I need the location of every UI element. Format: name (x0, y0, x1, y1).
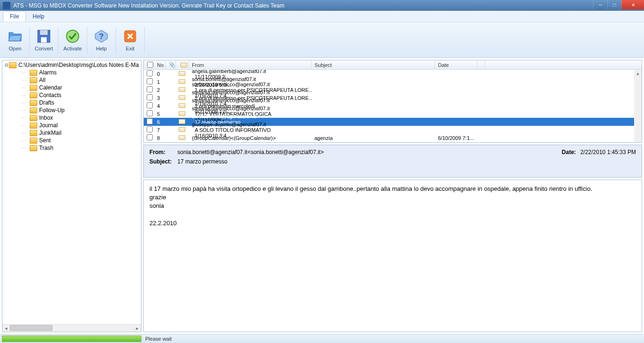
tree-item-label: Journal (39, 122, 58, 129)
body-line: il 17 marzo mio papà ha visita ortopedic… (149, 185, 636, 193)
col-no[interactable]: No (154, 60, 165, 69)
col-checkbox[interactable] (144, 60, 154, 69)
open-button[interactable]: Open (2, 24, 28, 56)
help-button[interactable]: ? Help (88, 24, 115, 56)
activate-button[interactable]: Activate (59, 24, 86, 56)
row-checkbox[interactable] (147, 86, 153, 92)
row-checkbox[interactable] (147, 134, 153, 140)
row-no: 1 (154, 79, 165, 85)
row-no: 5 (154, 111, 165, 117)
row-from: (GroupCalendar)<(GroupCalendar)> (189, 135, 312, 141)
tree-item-calendar[interactable]: ⋯Calendar (3, 84, 140, 91)
folder-icon (30, 122, 37, 129)
scroll-right-icon[interactable]: ► (133, 325, 141, 332)
folder-tree-pane: ⊟ C:\Users\admin\Desktop\msg\Lotus Notes… (2, 60, 141, 332)
tree-item-all[interactable]: ⋯All (3, 76, 140, 84)
message-row[interactable]: 7giuseppe.depinto@agenziaf07.itA SOLO TI… (144, 126, 642, 134)
preview-date-label: Date: (562, 149, 576, 155)
row-no: 3 (154, 95, 165, 101)
list-vertical-scrollbar[interactable]: ▲ (634, 70, 642, 142)
folder-icon (30, 77, 37, 83)
tree-item-follow-up[interactable]: ⋯Follow-Up (3, 106, 140, 114)
convert-button[interactable]: Convert (31, 24, 57, 56)
folder-icon (30, 115, 37, 121)
row-checkbox[interactable] (147, 102, 153, 108)
tree-item-sent[interactable]: ⋯Sent (3, 137, 140, 144)
tree-item-label: Drafts (39, 99, 54, 106)
tree-item-label: JunkMail (39, 130, 61, 136)
svg-point-3 (66, 30, 79, 42)
tree-item-drafts[interactable]: ⋯Drafts (3, 99, 140, 106)
convert-label: Convert (35, 46, 53, 51)
row-checkbox[interactable] (147, 94, 153, 100)
preview-body: il 17 marzo mio papà ha visita ortopedic… (143, 180, 642, 332)
envelope-icon (181, 63, 187, 67)
tree-item-inbox[interactable]: ⋯Inbox (3, 114, 140, 122)
menu-help[interactable]: Help (26, 12, 51, 21)
row-envelope (176, 103, 189, 109)
window-maximize-button[interactable]: □ (607, 0, 621, 9)
folder-icon (30, 85, 37, 91)
tree-item-contacts[interactable]: ⋯Contacts (3, 91, 140, 99)
tree-root-item[interactable]: ⊟ C:\Users\admin\Desktop\msg\Lotus Notes… (3, 61, 140, 69)
preview-from-value: sonia.bonetti@agenziaf07.it<sonia.bonett… (177, 149, 324, 155)
tree-branch-icon: ⋯ (21, 131, 30, 136)
row-checkbox[interactable] (147, 126, 153, 132)
row-envelope (176, 87, 189, 93)
window-minimize-button[interactable]: ─ (593, 0, 607, 9)
col-subject[interactable]: Subject (312, 60, 435, 69)
folder-icon (30, 145, 37, 151)
tree-item-label: Trash (39, 145, 53, 151)
folder-icon (30, 92, 37, 98)
row-date: 6/10/2009 7:1... (435, 135, 478, 141)
tree-item-junkmail[interactable]: ⋯JunkMail (3, 129, 140, 137)
tree-item-label: Inbox (39, 114, 53, 121)
tree-horizontal-scrollbar[interactable]: ◄ ► (2, 324, 141, 332)
col-from[interactable]: From (189, 60, 312, 69)
window-titlebar: ATS - MSG to MBOX Converter Software New… (0, 0, 644, 11)
row-checkbox[interactable] (147, 118, 153, 124)
message-row[interactable]: 8(GroupCalendar)<(GroupCalendar)>agenzia… (144, 134, 642, 142)
progress-bar (2, 335, 141, 342)
window-close-button[interactable]: ✕ (621, 0, 644, 9)
select-all-checkbox[interactable] (147, 62, 153, 68)
open-folder-icon (8, 29, 23, 44)
row-envelope (176, 135, 189, 141)
preview-subject-label: Subject: (149, 158, 176, 165)
tree-branch-icon: ⋯ (21, 108, 30, 113)
exit-button[interactable]: Exit (117, 24, 143, 56)
col-date[interactable]: Date (435, 60, 478, 69)
tree-branch-icon: ⋯ (21, 123, 30, 128)
menu-file[interactable]: File (3, 11, 26, 22)
tree-branch-icon: ⋯ (21, 138, 30, 143)
scroll-up-icon[interactable]: ▲ (634, 70, 642, 77)
exit-label: Exit (126, 46, 134, 51)
tree-branch-icon: ⋯ (21, 70, 30, 75)
row-no: 0 (154, 71, 165, 77)
svg-rect-2 (41, 37, 47, 42)
help-label: Help (96, 46, 107, 51)
row-envelope (176, 111, 189, 117)
preview-header: From: sonia.bonetti@agenziaf07.it<sonia.… (143, 145, 642, 178)
tree-item-alarms[interactable]: ⋯Alarms (3, 69, 140, 76)
tree-branch-icon: ⋯ (21, 146, 30, 151)
tree-branch-icon: ⋯ (21, 85, 30, 90)
row-checkbox[interactable] (147, 110, 153, 116)
scroll-thumb[interactable] (10, 325, 52, 331)
preview-date-value: 2/22/2010 1:45:33 PM (580, 149, 636, 155)
tree-item-label: Follow-Up (39, 107, 65, 114)
col-envelope[interactable] (176, 60, 189, 69)
tree-branch-icon: ⋯ (21, 100, 30, 106)
row-checkbox[interactable] (147, 70, 153, 76)
col-attachment[interactable]: 📎 (165, 60, 176, 69)
list-header: No 📎 From Subject Date (144, 60, 642, 70)
row-no: 4 (154, 103, 165, 109)
tree-item-trash[interactable]: ⋯Trash (3, 144, 140, 152)
main-area: ⊟ C:\Users\admin\Desktop\msg\Lotus Notes… (0, 58, 644, 334)
tree-collapse-icon[interactable]: ⊟ (4, 63, 9, 67)
folder-icon (30, 100, 37, 106)
row-envelope (176, 79, 189, 85)
row-checkbox[interactable] (147, 78, 153, 84)
scroll-left-icon[interactable]: ◄ (2, 325, 10, 332)
tree-item-journal[interactable]: ⋯Journal (3, 122, 140, 129)
